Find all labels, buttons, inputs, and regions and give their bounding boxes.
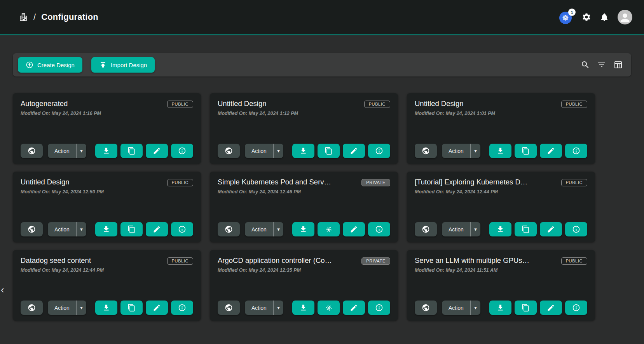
table-view-icon[interactable] [613,60,623,69]
clone-button[interactable] [120,301,143,315]
visibility-globe-button[interactable] [218,301,240,315]
edit-button[interactable] [343,301,365,315]
design-title: Simple Kubernetes Pod and Serv… [218,178,331,186]
caret-down-icon: ▾ [277,305,280,311]
action-button[interactable]: Action [245,301,273,315]
visibility-globe-button[interactable] [218,144,240,158]
visibility-globe-button[interactable] [21,301,43,315]
edit-button[interactable] [146,144,168,158]
edit-button[interactable] [343,222,365,236]
action-button[interactable]: Action [442,301,470,315]
design-swirl-button[interactable] [318,301,340,315]
edit-button[interactable] [540,222,562,236]
clone-button[interactable] [120,144,143,158]
download-button[interactable] [95,301,117,315]
design-card-actions: Action ▾ [415,144,587,158]
visibility-globe-button[interactable] [415,144,437,158]
clone-button[interactable] [120,222,143,236]
download-button[interactable] [489,144,511,158]
download-button[interactable] [292,144,314,158]
edit-button[interactable] [343,144,365,158]
globe-icon [225,304,233,312]
edit-button[interactable] [146,222,168,236]
design-card-actions: Action ▾ [218,144,390,158]
action-dropdown-caret[interactable]: ▾ [76,144,87,158]
visibility-globe-button[interactable] [21,144,43,158]
edit-button[interactable] [146,301,168,315]
breadcrumb-separator: / [33,12,36,22]
filter-icon[interactable] [597,60,606,69]
info-button[interactable] [565,144,587,158]
clone-button[interactable] [515,144,537,158]
settings-gear-icon[interactable] [582,12,591,22]
user-avatar[interactable] [618,10,632,24]
action-dropdown-caret[interactable]: ▾ [273,222,284,236]
action-button[interactable]: Action [245,144,273,158]
info-icon [178,147,186,155]
design-card-actions: Action ▾ [21,301,193,315]
info-button[interactable] [171,222,193,236]
info-button[interactable] [368,144,390,158]
action-dropdown-caret[interactable]: ▾ [470,301,481,315]
designs-grid: Autogenerated PUBLIC Modified On: May 24… [13,93,595,321]
action-button[interactable]: Action [48,301,76,315]
pencil-icon [153,304,161,312]
clone-button[interactable] [515,222,537,236]
header-actions: ☸ 1 [559,10,632,24]
info-icon [375,225,383,233]
visibility-globe-button[interactable] [415,301,437,315]
caret-down-icon: ▾ [80,148,83,154]
action-dropdown-caret[interactable]: ▾ [470,222,481,236]
info-button[interactable] [565,301,587,315]
design-card: Untitled Design PUBLIC Modified On: May … [407,93,595,164]
notifications-bell-icon[interactable] [600,12,609,22]
clone-button[interactable] [318,144,340,158]
download-icon [102,225,110,233]
clone-button[interactable] [515,301,537,315]
action-dropdown-caret[interactable]: ▾ [76,301,87,315]
action-button[interactable]: Action [245,222,273,236]
add-circle-icon [26,61,33,69]
download-button[interactable] [489,301,511,315]
caret-down-icon: ▾ [474,226,477,232]
modified-on-text: Modified On: May 24, 2024 11:51 AM [415,268,587,273]
modified-on-text: Modified On: May 24, 2024 1:01 PM [415,111,587,116]
caret-down-icon: ▾ [277,148,280,154]
breadcrumb: / Configuration [19,12,98,22]
visibility-globe-button[interactable] [415,222,437,236]
create-design-button[interactable]: Create Design [18,57,82,73]
edit-button[interactable] [540,144,562,158]
info-button[interactable] [368,301,390,315]
download-button[interactable] [292,301,314,315]
info-button[interactable] [368,222,390,236]
action-dropdown-caret[interactable]: ▾ [470,144,481,158]
action-button[interactable]: Action [442,144,470,158]
download-button[interactable] [95,144,117,158]
info-button[interactable] [171,301,193,315]
copy-icon [127,147,136,155]
action-button[interactable]: Action [48,144,76,158]
visibility-badge: PRIVATE [361,179,390,186]
pencil-icon [153,225,161,233]
sidebar-collapse-chevron[interactable]: ‹ [1,285,4,295]
visibility-globe-button[interactable] [21,222,43,236]
action-dropdown-caret[interactable]: ▾ [273,301,284,315]
action-button[interactable]: Action [48,222,76,236]
download-button[interactable] [489,222,511,236]
visibility-badge: PUBLIC [167,179,193,186]
search-icon[interactable] [581,60,590,69]
download-button[interactable] [292,222,314,236]
visibility-globe-button[interactable] [218,222,240,236]
info-button[interactable] [565,222,587,236]
import-design-button[interactable]: Import Design [91,57,155,73]
info-button[interactable] [171,144,193,158]
organization-building-icon[interactable] [19,12,28,22]
action-button[interactable]: Action [442,222,470,236]
edit-button[interactable] [540,301,562,315]
download-button[interactable] [95,222,117,236]
kubernetes-context-button[interactable]: ☸ 1 [559,10,573,24]
modified-on-text: Modified On: May 24, 2024 12:44 PM [21,268,193,273]
action-dropdown-caret[interactable]: ▾ [76,222,87,236]
design-swirl-button[interactable] [318,222,340,236]
action-dropdown-caret[interactable]: ▾ [273,144,284,158]
